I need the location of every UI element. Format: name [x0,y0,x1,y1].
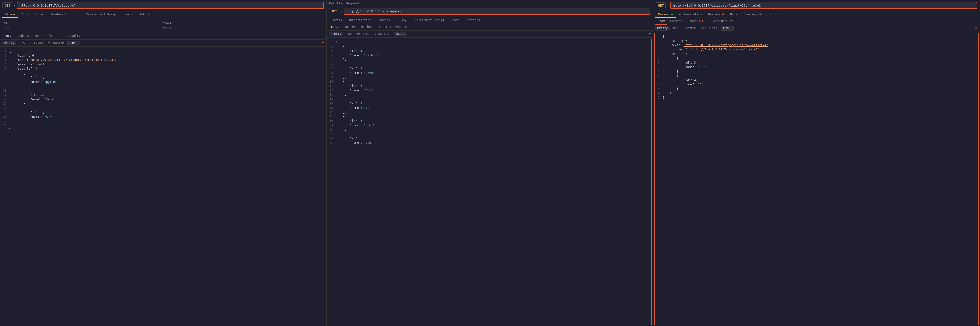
code-area-1[interactable]: 1{ 2 "count": 6, 3 "next": "http://0.0.0… [1,47,325,325]
format-pretty-3[interactable]: Pretty [655,26,670,30]
code-line: 7 "id": 2, [328,66,651,71]
code-line: 9 }, [655,69,978,74]
url-input-2[interactable]: http://0.0.0.0:1717/category/ [344,8,651,15]
code-line: 3 "next": "http://0.0.0.0:1717/category/… [655,43,978,47]
wrap-icon-1[interactable]: ≡ [322,41,324,45]
code-line: 10 { [328,79,651,84]
code-area-3[interactable]: 1{ 2 "count": 6, 3 "next": "http://0.0.0… [654,33,978,325]
request-bar-3: GET ▾ http://0.0.0.0:1717/category/?limi… [653,0,980,11]
tab-prereq-1[interactable]: Pre-request Script [83,11,121,18]
sub-tab-body-3[interactable]: Body [655,18,667,25]
method-arrow-1: ▾ [14,4,15,7]
format-visualize-3[interactable]: Visualize [700,26,719,30]
sub-tab-headers-3[interactable]: Headers (9) [685,18,709,25]
format-pretty-1[interactable]: Pretty [2,41,16,45]
tab-params-1[interactable]: Params [2,11,18,18]
code-line: 18 { [328,114,651,119]
wrap-icon-2[interactable]: ≡ [649,32,651,36]
sub-tab-headers-1[interactable]: Headers (9) [32,33,56,39]
tab-tests-2[interactable]: Tests [448,17,463,24]
format-raw-1[interactable]: Raw [18,41,27,45]
code-line: 1{ [655,34,978,39]
method-arrow-2: ▾ [340,10,342,13]
format-preview-3[interactable]: Preview [682,26,698,30]
code-line: 19} [2,128,325,132]
code-line: 9 }, [2,84,325,89]
params-table-1: KEY VALUE Key Value [0,18,326,33]
tab-body-3[interactable]: Body [727,11,740,18]
code-line: 13 }, [2,101,325,106]
format-raw-2[interactable]: Raw [344,32,354,36]
sub-tab-cookies-2[interactable]: Cookies [341,24,358,30]
tab-auth-2[interactable]: Authorization [345,17,374,24]
key-placeholder[interactable]: Key [4,27,163,30]
tab-auth-1[interactable]: Authorization [19,11,48,18]
code-line: 2 "count": 6, [655,39,978,43]
code-line: 2 "count": 6, [2,54,325,58]
value-col-header: VALUE [163,21,322,24]
tab-headers-1[interactable]: Headers 6 [48,11,69,18]
format-bar-2: Pretty Raw Preview Visualize JSON ▾ ≡ [327,30,653,38]
code-line: 4 ] [655,91,978,95]
sub-tab-headers-2[interactable]: Headers (9) [358,24,383,30]
code-line: 8 "name": "Java" [328,71,651,75]
tab-tests-1[interactable]: Tests [121,11,136,18]
sub-tab-cookies-1[interactable]: Cookies [14,33,32,39]
tab-prereq-2[interactable]: Pre-request Script [410,17,447,24]
json-select-3[interactable]: JSON ▾ [721,26,734,30]
sub-tab-cookies-3[interactable]: Cookies [668,18,685,25]
sub-tab-body-1[interactable]: Body [2,33,14,39]
url-input-3[interactable]: http://0.0.0.0:1717/category/?limit=2&of… [670,2,977,9]
code-area-2[interactable]: 1[ 2 { 3 "id": 1, 4 "name": "python" 5 }… [328,39,652,325]
sub-tab-testresults-1[interactable]: Test Results [57,33,83,39]
method-badge-3[interactable]: GET [656,2,666,8]
format-pretty-2[interactable]: Pretty [329,32,343,36]
format-preview-1[interactable]: Preview [29,41,45,45]
method-arrow-3: ▾ [667,4,669,7]
code-line: 17 } [2,119,325,123]
tab-prereq-3[interactable]: Pre-request Script [741,11,778,18]
format-visualize-2[interactable]: Visualize [373,32,393,36]
code-line: 8 "name": "C++" [655,65,978,69]
tab-params-2[interactable]: Params [329,17,345,24]
code-line: 21 }, [328,127,651,132]
json-select-1[interactable]: JSON ▾ [67,41,80,45]
tab-settings-1[interactable]: Settin... [136,11,158,18]
value-placeholder[interactable]: Value [163,27,322,30]
tab-settings-2[interactable]: Settings [463,17,483,24]
code-line: 11 "id": 2, [2,93,325,97]
tab-body-1[interactable]: Body [70,11,83,18]
key-col-header: KEY [4,21,163,24]
panel-2: Untitled Request GET ▾ http://0.0.0.0:17… [327,0,653,326]
code-line: 18 ] [2,123,325,128]
sub-tab-body-2[interactable]: Body [329,24,340,30]
code-line: 13 }, [328,92,651,97]
sub-tab-testresults-2[interactable]: Test Results [383,24,409,30]
url-input-1[interactable]: http://0.0.0.0:1717/category/ [17,2,324,9]
tab-params-3[interactable]: Params [655,11,676,18]
tab-headers-3[interactable]: Headers 6 [705,11,727,18]
sub-tab-bar-1: Body Cookies Headers (9) Test Results [0,33,326,40]
format-raw-3[interactable]: Raw [671,26,680,30]
code-line: 9 }, [328,75,651,79]
code-line: 19 "id": 5, [328,119,651,123]
format-preview-2[interactable]: Preview [355,32,371,36]
code-line: 3 "id": 1, [328,49,651,53]
method-badge-2[interactable]: GET [329,8,339,14]
code-line: 14 { [328,97,651,101]
tab-auth-3[interactable]: Authorization [676,11,705,18]
code-line: 6 { [328,62,651,66]
sub-tab-testresults-3[interactable]: Test Results [710,18,736,25]
tab-tests-3[interactable]: T... [778,11,791,18]
format-visualize-1[interactable]: Visualize [46,41,66,45]
code-line: 16 "name": "C++" [2,115,325,119]
tab-body-2[interactable]: Body [397,17,410,24]
json-select-2[interactable]: JSON ▾ [394,32,407,36]
code-line: 6 { [655,56,978,60]
wrap-icon-3[interactable]: ≡ [975,26,978,30]
method-badge-1[interactable]: GET [2,2,13,8]
request-bar-2: GET ▾ http://0.0.0.0:1717/category/ [327,6,653,17]
code-line: 24 "name": "vue" [328,141,651,145]
tab-headers-2[interactable]: Headers 6 [375,17,396,24]
code-line: 1{ [2,49,325,54]
